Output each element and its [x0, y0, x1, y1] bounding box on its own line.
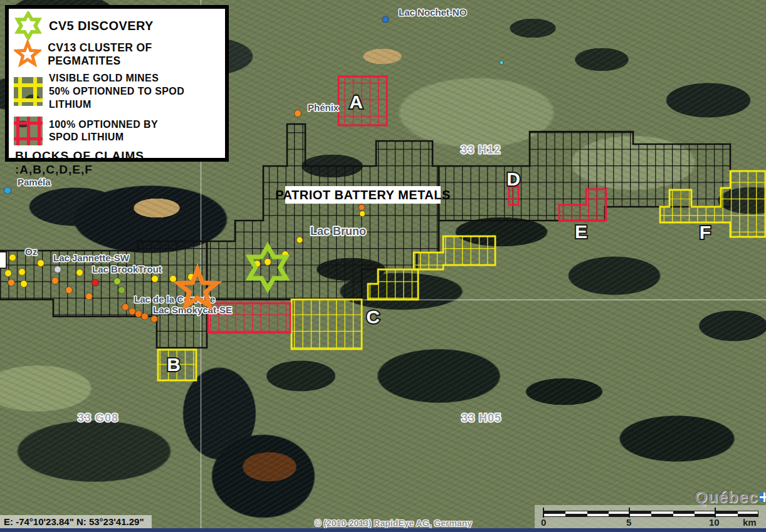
mine-dot	[135, 311, 142, 318]
red-grid-icon	[14, 117, 43, 145]
clipped-label-box	[0, 252, 6, 268]
legend-label-cv5: CV5 DISCOVERY	[49, 19, 154, 33]
scale-ruler	[543, 511, 758, 517]
block-letter-A: A	[349, 91, 363, 112]
mine-dot	[19, 269, 26, 276]
block-letter-F: F	[700, 222, 711, 243]
yellow-block-C1	[291, 300, 362, 349]
legend-item-optioned: 100% OPTIONNED BY SPOD LITHIUM	[14, 117, 221, 145]
block-letter-B: B	[167, 354, 181, 375]
mine-dot	[21, 281, 28, 288]
legend-label-optioned-2: SPOD LITHIUM	[49, 131, 158, 144]
mine-dot	[151, 316, 158, 323]
mine-dot	[92, 279, 99, 286]
legend-label-gold-1: VISIBLE GOLD MINES	[49, 72, 221, 85]
legend-label-gold-2: 50% OPTIONNED TO SPOD LITHIUM	[49, 85, 221, 112]
bottom-border-strip	[0, 528, 766, 532]
legend-label-optioned-1: 100% OPTIONNED BY	[49, 118, 158, 132]
quebec-logo: Québec	[695, 488, 766, 507]
orange-star-icon	[14, 40, 41, 69]
mine-dot	[66, 287, 73, 294]
legend-label-cv13: CV13 CLUSTER OF PEGMATITES	[48, 41, 221, 68]
block-letter-E: E	[575, 221, 587, 242]
place-label: 33 G08	[78, 412, 118, 424]
coordinate-readout: E: -74°10'23.84" N: 53°23'41.29"	[0, 515, 152, 528]
mine-dot	[76, 269, 83, 276]
block-letter-C: C	[366, 306, 380, 327]
quebec-logo-text: Québec	[695, 488, 758, 507]
place-label: Lac BrookTrout	[92, 264, 162, 274]
place-label: Phénix	[308, 102, 339, 113]
yellow-grid-icon	[14, 77, 43, 106]
place-label: 33 H05	[461, 412, 501, 424]
mine-dot	[9, 254, 16, 261]
legend-item-gold-mines: VISIBLE GOLD MINES 50% OPTIONNED TO SPOD…	[14, 72, 221, 111]
mine-dot	[86, 293, 93, 300]
mine-dot	[500, 61, 503, 65]
mine-dot	[4, 187, 11, 194]
mine-dot	[52, 278, 59, 284]
mine-dot	[359, 204, 365, 211]
mine-dot	[265, 259, 271, 266]
block-letter-D: D	[506, 169, 520, 189]
legend: CV5 DISCOVERY CV13 CLUSTER OF PEGMATITES…	[5, 5, 229, 162]
legend-item-cv13: CV13 CLUSTER OF PEGMATITES	[14, 40, 221, 69]
mine-dot	[152, 276, 159, 283]
mine-dot	[360, 211, 365, 217]
mine-dot	[38, 260, 45, 267]
place-label: 33 H12	[461, 143, 501, 156]
place-label: Paméla	[18, 177, 51, 187]
legend-blocks-note: BLOCKS OF CLAIMS :A,B,C,D,E,F	[15, 149, 221, 177]
place-label: Lac Jannette-SW	[53, 253, 130, 263]
mine-dot	[142, 313, 149, 320]
mine-dot	[8, 279, 15, 286]
mine-dot	[5, 270, 12, 277]
place-label: Lac Bruno	[310, 225, 366, 237]
legend-item-cv5: CV5 DISCOVERY	[14, 11, 221, 40]
scale-unit: km	[743, 517, 757, 528]
map-viewport[interactable]: Lac Nochet-NOPhénixPamélaOzLac Jannette-…	[0, 0, 766, 532]
mine-dot	[122, 304, 129, 311]
quebec-flag-icon	[760, 493, 766, 502]
mine-dot	[382, 16, 389, 23]
mine-dot	[114, 278, 121, 285]
yellow-block-C2	[368, 269, 418, 300]
mine-dot	[55, 266, 61, 273]
green-star-icon	[14, 11, 43, 40]
imagery-attribution: © (2010-2013) RapidEye AG, Germany	[315, 518, 472, 528]
scale-bar: 0 5 10 km	[535, 505, 766, 528]
mine-dot	[296, 237, 303, 243]
place-label: Lac Nochet-NO	[399, 7, 467, 18]
place-label: Lac Smokycat-SE	[153, 305, 232, 315]
mine-dot	[118, 287, 125, 294]
property-owner-label: PATRIOT BATTERY METALS	[285, 186, 441, 204]
scale-label-0: 0	[541, 517, 546, 528]
place-label: Oz	[25, 246, 37, 257]
mine-dot	[295, 110, 302, 117]
red-block-D	[509, 187, 518, 205]
mine-dot	[129, 308, 136, 315]
scale-label-10: 10	[709, 517, 720, 528]
scale-label-5: 5	[626, 517, 631, 528]
